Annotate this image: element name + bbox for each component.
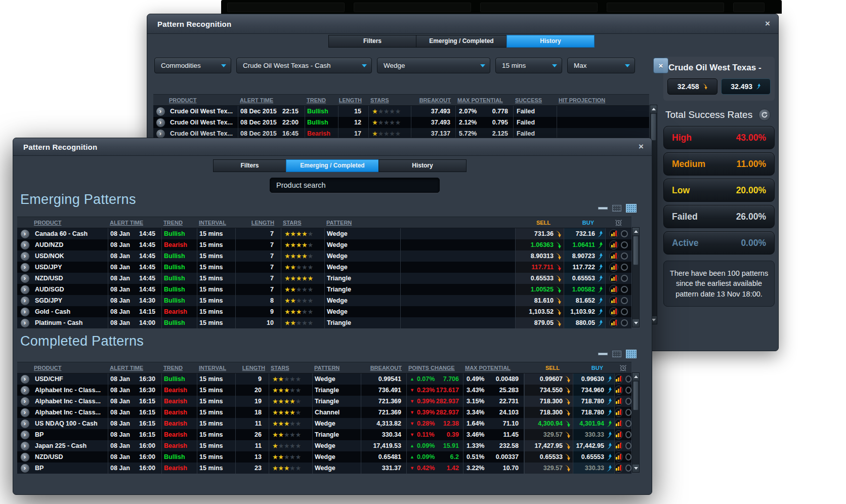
radio-circle-icon[interactable] [625,465,631,472]
scrollbar-thumb[interactable] [633,381,639,410]
row-expand-button[interactable]: › [17,463,32,474]
rate-failed-button[interactable]: Failed26.00% [663,205,775,228]
sell-price-button[interactable]: 1,103.52 [515,306,564,317]
row-expand-button[interactable]: › [17,429,32,440]
mini-chart-icon[interactable] [609,229,618,238]
row-expand-button[interactable]: › [17,373,32,385]
row-expand-button[interactable]: › [17,273,32,284]
mini-chart-icon[interactable] [615,419,623,428]
sell-price-button[interactable]: 117.711 [515,262,564,273]
timeframe-dropdown[interactable]: Max [567,58,635,73]
radio-circle-icon[interactable] [621,230,628,237]
radio-circle-icon[interactable] [621,241,628,248]
minimize-icon[interactable] [598,353,608,355]
row-expand-button[interactable]: › [17,451,32,463]
scroll-up-icon[interactable] [632,228,639,235]
tab-history[interactable]: History [378,159,467,172]
col-length[interactable]: LENGTH [339,97,369,103]
product-search-input[interactable] [270,178,440,193]
mini-chart-icon[interactable] [609,307,618,316]
radio-circle-icon[interactable] [621,308,628,315]
col-success[interactable]: SUCCESS [514,97,557,103]
sell-price-button[interactable]: 879.05 [515,317,564,328]
mini-chart-icon[interactable] [615,452,623,461]
row-expand-button[interactable]: › [17,228,32,239]
mini-chart-icon[interactable] [615,374,623,384]
buy-price-button[interactable]: 732.16 [564,228,605,239]
radio-circle-icon[interactable] [625,409,631,416]
close-icon[interactable]: × [765,19,770,29]
scroll-down-icon[interactable] [632,319,639,327]
sell-price-button[interactable]: 329.57 [524,429,573,440]
category-dropdown[interactable]: Commodities [154,58,231,73]
pattern-dropdown[interactable]: Wedge [377,58,490,73]
buy-price-button[interactable]: 734.960 [573,385,614,396]
tab-emerging-completed[interactable]: Emerging / Completed [286,159,378,172]
sell-price-button[interactable]: 17,427.95 [524,440,573,451]
product-dropdown[interactable]: Crude Oil West Texas - Cash [236,58,372,73]
rate-high-button[interactable]: High43.00% [663,126,775,149]
row-expand-button[interactable]: › [17,407,32,418]
sell-price-button[interactable]: 329.57 [524,463,573,474]
buy-price-button[interactable]: 0.65553 [564,273,605,284]
sell-price-button[interactable]: 0.65533 [515,273,564,284]
buy-price-button[interactable]: 718.780 [573,396,614,407]
row-expand-button[interactable]: › [153,106,167,117]
col-stars[interactable]: STARS [281,220,325,226]
buy-price-button[interactable]: 880.05 [564,317,605,328]
scroll-up-icon[interactable] [650,105,657,113]
col-length[interactable]: LENGTH [236,365,269,371]
sell-price-button[interactable]: 8.90313 [515,250,564,262]
sell-price-button[interactable]: 718.300 [524,407,573,418]
col-hit-projection[interactable]: HIT PROJECTION [557,97,649,103]
interval-dropdown[interactable]: 15 mins [495,58,562,73]
col-max-potential[interactable]: MAX POTENTIAL [456,97,514,103]
radio-circle-icon[interactable] [625,453,631,460]
col-product[interactable]: PRODUCT [32,365,108,371]
row-expand-button[interactable]: › [17,284,32,295]
completed-scrollbar[interactable] [632,372,640,473]
buy-price-button[interactable]: 0.99630 [573,373,614,385]
mini-chart-icon[interactable] [615,408,623,417]
col-breakout[interactable]: BREAKOUT [361,365,407,371]
radio-circle-icon[interactable] [621,264,628,271]
buy-price-button[interactable]: 4,301.94 [573,418,614,429]
col-product[interactable]: PRODUCT [167,97,238,103]
buy-price-button[interactable]: 117.722 [564,262,605,273]
sell-price-button[interactable]: 0.65533 [524,451,573,463]
sell-price-button[interactable]: 4,300.94 [524,418,573,429]
radio-circle-icon[interactable] [625,387,631,394]
row-expand-button[interactable]: › [17,385,32,396]
radio-circle-icon[interactable] [625,398,631,405]
sell-price-button[interactable]: 718.300 [524,396,573,407]
col-stars[interactable]: STARS [369,97,411,103]
rate-medium-button[interactable]: Medium11.00% [663,152,775,176]
mini-chart-icon[interactable] [609,251,618,261]
mini-chart-icon[interactable] [609,296,618,305]
col-trend[interactable]: TREND [162,220,197,226]
row-expand-button[interactable]: › [17,317,32,328]
mini-chart-icon[interactable] [609,318,618,327]
scrollbar-thumb[interactable] [633,236,639,265]
restore-layout-icon[interactable] [612,351,621,357]
alarm-clock-icon[interactable] [605,219,631,226]
row-expand-button[interactable]: › [17,295,32,306]
sell-price-button[interactable]: 0.99607 [524,373,573,385]
row-expand-button[interactable]: › [17,306,32,317]
mini-chart-icon[interactable] [609,274,618,283]
scroll-down-icon[interactable] [632,465,639,472]
radio-circle-icon[interactable] [621,253,628,260]
tab-emerging-completed[interactable]: Emerging / Completed [416,35,506,48]
buy-price-button[interactable]: 0.65553 [573,451,614,463]
sidebar-buy-button[interactable]: 32.493 [721,78,771,95]
close-icon[interactable]: × [639,142,644,152]
radio-circle-icon[interactable] [621,319,628,326]
expand-layout-icon[interactable] [626,204,637,213]
restore-layout-icon[interactable] [612,205,621,212]
col-points-change[interactable]: POINTS CHANGE [407,365,463,371]
col-sell[interactable]: SELL [515,220,564,226]
col-buy[interactable]: BUY [564,220,605,226]
sell-price-button[interactable]: 731.36 [515,228,564,239]
col-max-potential[interactable]: MAX POTENTIAL [463,365,524,371]
mini-chart-icon[interactable] [609,285,618,294]
